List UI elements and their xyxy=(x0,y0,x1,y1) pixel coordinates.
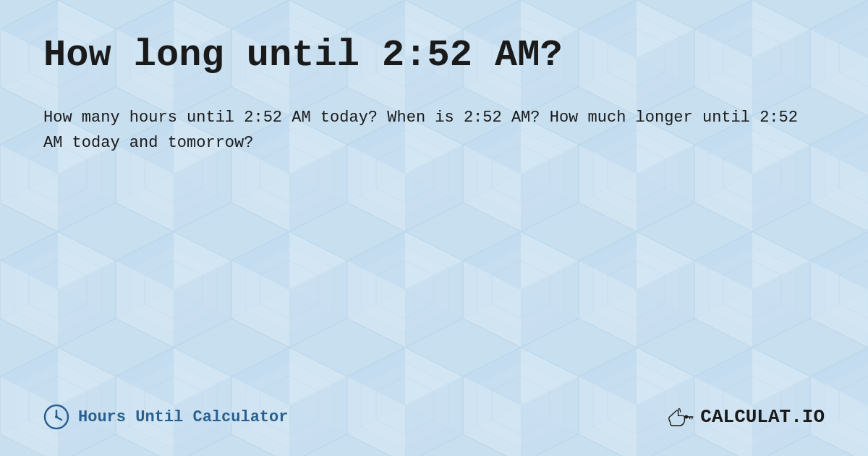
clock-icon xyxy=(43,404,69,430)
site-branding-right: CALCULAT.IO xyxy=(665,405,825,428)
site-branding-left: Hours Until Calculator xyxy=(43,404,288,430)
page-description: How many hours until 2:52 AM today? When… xyxy=(43,105,810,156)
svg-point-26 xyxy=(685,415,689,419)
logo-hand-icon xyxy=(665,405,694,428)
footer-site-label: Hours Until Calculator xyxy=(78,408,288,426)
page-title: How long until 2:52 AM? xyxy=(43,35,825,76)
logo-text: CALCULAT.IO xyxy=(700,406,825,428)
main-content: How long until 2:52 AM? How many hours u… xyxy=(0,0,868,456)
svg-point-24 xyxy=(55,415,58,418)
page-footer: Hours Until Calculator CALCULAT.IO xyxy=(43,404,825,430)
